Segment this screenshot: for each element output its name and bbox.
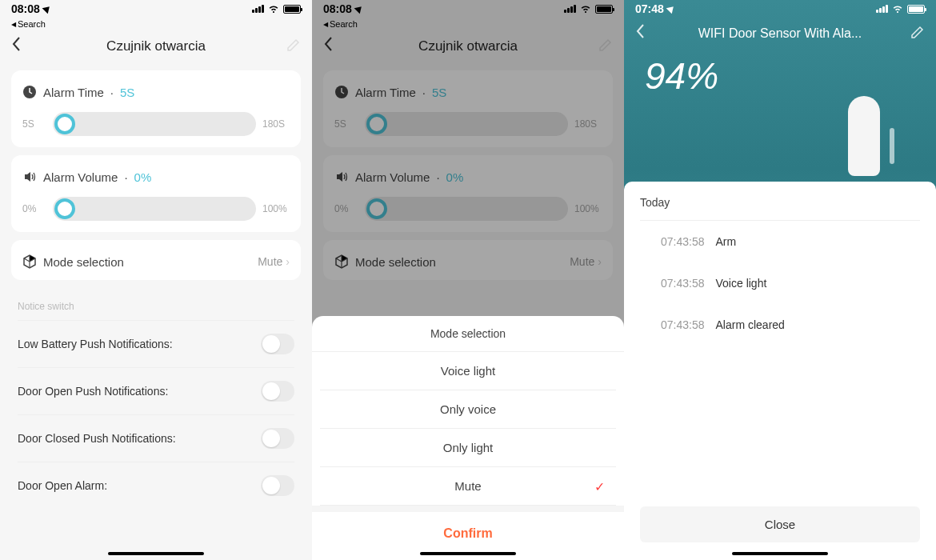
- slider-thumb[interactable]: [54, 114, 75, 134]
- page-title: WIFI Door Sensor With Ala...: [698, 26, 862, 41]
- slider-min: 0%: [22, 203, 46, 214]
- clock-icon: [22, 85, 37, 99]
- screen-device-history: 07:48 WIFI Door Sensor With Ala... 94% T…: [624, 0, 936, 560]
- wifi-icon: [892, 3, 903, 15]
- cellular-icon: [876, 5, 888, 13]
- history-row: 07:43:58 Arm: [640, 221, 920, 262]
- location-icon: [666, 4, 676, 14]
- screen-settings: 08:08 Search Czujnik otwarcia Alarm Time…: [0, 0, 312, 560]
- status-bar: 08:08: [0, 0, 312, 18]
- alarm-time-card: Alarm Time · 5S 5S 180S: [11, 70, 301, 147]
- alarm-volume-value: 0%: [134, 170, 152, 184]
- history-row: 07:43:58 Alarm cleared: [640, 304, 920, 346]
- home-indicator[interactable]: [732, 552, 828, 555]
- toggle-switch[interactable]: [261, 428, 294, 449]
- chevron-right-icon: ›: [286, 255, 290, 268]
- page-header: WIFI Door Sensor With Ala...: [624, 18, 936, 50]
- alarm-time-slider[interactable]: [53, 112, 256, 136]
- switch-door-open-alarm: Door Open Alarm:: [18, 462, 294, 509]
- slider-min: 5S: [22, 118, 46, 130]
- screen-mode-sheet: 08:08 Search Czujnik otwarcia Alarm Time…: [312, 0, 624, 560]
- sheet-title: Mode selection: [312, 316, 624, 352]
- battery-icon: [283, 5, 301, 14]
- device-illustration: [848, 96, 904, 176]
- volume-icon: [22, 170, 37, 184]
- status-bar: 07:48: [624, 0, 936, 18]
- home-indicator[interactable]: [108, 552, 204, 555]
- slider-max: 100%: [262, 203, 290, 214]
- check-icon: ✓: [594, 478, 605, 494]
- switch-door-open-push: Door Open Push Notifications:: [18, 368, 294, 415]
- option-only-voice[interactable]: Only voice: [320, 390, 616, 429]
- history-title: Today: [640, 196, 920, 221]
- option-mute[interactable]: Mute✓: [320, 467, 616, 506]
- mode-selection-sheet: Mode selection Voice light Only voice On…: [312, 316, 624, 560]
- back-to-search[interactable]: Search: [0, 18, 312, 30]
- switch-low-battery: Low Battery Push Notifications:: [18, 321, 294, 368]
- alarm-time-value: 5S: [120, 86, 134, 99]
- alarm-volume-slider[interactable]: [53, 197, 256, 221]
- edit-icon[interactable]: [910, 25, 925, 43]
- alarm-time-label: Alarm Time: [43, 86, 104, 99]
- toggle-switch[interactable]: [261, 475, 294, 496]
- slider-max: 180S: [262, 118, 290, 130]
- close-button[interactable]: Close: [640, 506, 920, 542]
- mode-value: Mute: [258, 255, 282, 268]
- back-button[interactable]: [635, 23, 645, 44]
- notice-section: Notice switch Low Battery Push Notificat…: [11, 288, 301, 509]
- option-voice-light[interactable]: Voice light: [320, 352, 616, 390]
- page-header: Czujnik otwarcia: [0, 30, 312, 62]
- mode-icon: [22, 254, 37, 269]
- cellular-icon: [252, 5, 264, 13]
- mode-selection-card[interactable]: Mode selection Mute ›: [11, 240, 301, 280]
- battery-icon: [907, 5, 925, 14]
- status-time: 07:48: [635, 2, 664, 15]
- edit-icon[interactable]: [286, 38, 301, 56]
- toggle-switch[interactable]: [261, 381, 294, 402]
- history-row: 07:43:58 Voice light: [640, 262, 920, 304]
- battery-percentage: 94%: [624, 50, 936, 102]
- alarm-volume-label: Alarm Volume: [43, 170, 118, 184]
- back-button[interactable]: [11, 36, 21, 57]
- slider-thumb[interactable]: [54, 198, 75, 219]
- status-time: 08:08: [11, 2, 40, 15]
- wifi-icon: [268, 3, 279, 15]
- mode-label: Mode selection: [43, 255, 124, 269]
- alarm-volume-card: Alarm Volume · 0% 0% 100%: [11, 155, 301, 232]
- page-title: Czujnik otwarcia: [106, 38, 206, 54]
- toggle-switch[interactable]: [261, 334, 294, 354]
- history-sheet: Today 07:43:58 Arm 07:43:58 Voice light …: [624, 182, 936, 560]
- home-indicator[interactable]: [420, 552, 516, 555]
- notice-section-title: Notice switch: [18, 288, 294, 320]
- location-icon: [42, 4, 52, 14]
- switch-door-closed-push: Door Closed Push Notifications:: [18, 415, 294, 462]
- option-only-light[interactable]: Only light: [320, 429, 616, 467]
